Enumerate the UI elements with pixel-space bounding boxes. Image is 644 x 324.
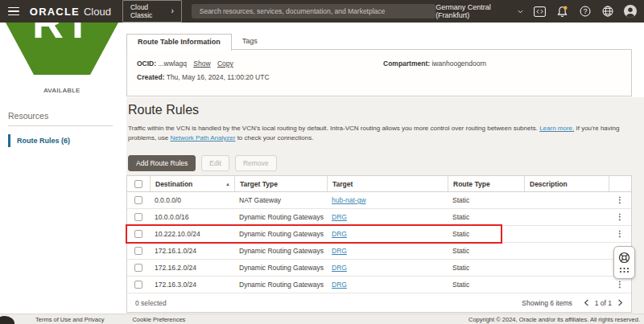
cell-target: DRG	[327, 264, 448, 272]
cell-route-type: Static	[448, 230, 524, 238]
row-checkbox[interactable]	[127, 230, 150, 238]
help-icon[interactable]: ?	[578, 5, 592, 18]
support-floating-widget	[613, 246, 635, 279]
target-link[interactable]: hub-nat-gw	[332, 196, 366, 204]
region-selector[interactable]: Germany Central (Frankfurt)	[436, 3, 523, 19]
page-next-icon[interactable]	[617, 299, 623, 306]
globe-icon[interactable]	[601, 5, 614, 18]
oracle-cloud-logo[interactable]: ORACLE Cloud	[30, 6, 111, 18]
add-route-rules-button[interactable]: Add Route Rules	[128, 155, 196, 171]
showing-items-count: Showing 6 items	[522, 299, 572, 307]
sort-ascending-icon[interactable]: ▲	[225, 182, 230, 187]
cloud-classic-button[interactable]: Cloud Classic ›	[122, 0, 182, 23]
cookie-preferences-link[interactable]: Cookie Preferences	[132, 316, 185, 323]
ocid-value: ...wwlagq	[158, 59, 186, 68]
table-row: 172.16.2.0/24Dynamic Routing GatewaysDRG…	[127, 260, 631, 277]
table-action-buttons: Add Route Rules Edit Remove	[128, 155, 277, 171]
cell-target-type: Dynamic Routing Gateways	[234, 264, 327, 272]
target-link[interactable]: DRG	[332, 230, 347, 238]
column-route-type: Route Type	[448, 176, 524, 191]
description-text-1: Traffic within the VCN is handled by the…	[128, 125, 539, 132]
ocid-copy-link[interactable]: Copy	[217, 59, 233, 68]
copyright-text: Copyright © 2024, Oracle and/or its affi…	[469, 316, 640, 323]
cell-target-type: Dynamic Routing Gateways	[234, 213, 327, 221]
target-link[interactable]: DRG	[332, 213, 347, 221]
table-footer: 0 selected Showing 6 items 1 of 1	[127, 293, 631, 312]
cell-target: DRG	[327, 281, 448, 289]
cell-route-type: Static	[448, 264, 524, 272]
row-checkbox[interactable]	[127, 213, 150, 221]
created-label: Created:	[137, 73, 164, 81]
main-content: Route Table Information Tags OCID: ...ww…	[126, 23, 644, 314]
cell-destination: 172.16.1.0/24	[150, 247, 234, 255]
compartment-line: Compartment: iwanhoogendoorn	[383, 59, 486, 68]
terms-link[interactable]: Terms of Use and Privacy	[35, 316, 104, 323]
cell-target: DRG	[327, 247, 448, 255]
remove-button[interactable]: Remove	[235, 155, 277, 171]
created-line: Created: Thu, May 16, 2024, 11:00:20 UTC	[137, 73, 270, 81]
notifications-bell-icon[interactable]	[555, 5, 569, 18]
row-checkbox[interactable]	[127, 196, 150, 204]
ocid-line: OCID: ...wwlagq Show Copy	[137, 59, 233, 68]
table-body: 0.0.0.0/0NAT Gatewayhub-nat-gwStatic⋮10.…	[127, 192, 631, 293]
tab-tags[interactable]: Tags	[232, 34, 268, 50]
topbar-icon-group: ?	[533, 5, 637, 18]
compartment-label: Compartment:	[383, 59, 430, 68]
ocid-label: OCID:	[137, 59, 156, 68]
column-destination: Destination ▲	[150, 176, 234, 191]
sidebar-item-route-rules[interactable]: Route Rules (6)	[8, 134, 76, 147]
table-row: 172.16.1.0/24Dynamic Routing GatewaysDRG…	[127, 243, 631, 260]
target-link[interactable]: DRG	[332, 264, 347, 272]
route-table-information-panel: OCID: ...wwlagq Show Copy Compartment: i…	[126, 49, 632, 96]
created-value: Thu, May 16, 2024, 11:00:20 UTC	[167, 73, 270, 81]
developer-console-icon[interactable]	[533, 5, 547, 18]
table-row: 10.0.0.0/16Dynamic Routing GatewaysDRGSt…	[127, 209, 631, 226]
target-link[interactable]: DRG	[332, 247, 347, 255]
column-description: Description	[524, 176, 609, 191]
selected-count: 0 selected	[135, 299, 167, 307]
region-label: Germany Central (Frankfurt)	[436, 3, 514, 19]
page-title: Route Rules	[128, 103, 199, 117]
user-avatar-icon[interactable]	[623, 5, 637, 18]
row-actions-kebab-icon[interactable]: ⋮	[609, 213, 631, 221]
row-actions-kebab-icon[interactable]: ⋮	[609, 281, 631, 289]
cell-destination: 10.222.10.0/24	[150, 230, 234, 238]
status-badge: AVAILABLE	[6, 87, 118, 94]
ocid-show-link[interactable]: Show	[193, 59, 210, 68]
cell-destination: 0.0.0.0/0	[150, 196, 234, 204]
cell-route-type: Static	[448, 213, 524, 221]
row-checkbox[interactable]	[127, 281, 150, 289]
pagination: 1 of 1	[584, 299, 623, 307]
tab-route-table-information[interactable]: Route Table Information	[126, 34, 232, 51]
sidebar-divider	[8, 125, 113, 126]
learn-more-link[interactable]: Learn more.	[539, 125, 574, 132]
table-header-row: Destination ▲ Target Type Target Route T…	[127, 176, 631, 192]
cell-target-type: NAT Gateway	[234, 196, 327, 204]
svg-text:?: ?	[583, 7, 587, 15]
route-rules-section: Route Rules Traffic within the VCN is ha…	[126, 97, 644, 314]
cell-target-type: Dynamic Routing Gateways	[234, 230, 327, 238]
app-grid-dots-icon[interactable]	[619, 267, 630, 273]
route-rules-description: Traffic within the VCN is handled by the…	[128, 124, 632, 143]
description-text-3: to check your connections.	[235, 134, 313, 141]
cell-route-type: Static	[448, 247, 524, 255]
row-checkbox[interactable]	[127, 247, 150, 255]
cell-route-type: Static	[448, 281, 524, 289]
edit-button[interactable]: Edit	[201, 155, 229, 171]
row-actions-kebab-icon[interactable]: ⋮	[609, 196, 631, 204]
hamburger-menu-icon[interactable]	[8, 7, 19, 16]
column-target-type: Target Type	[234, 176, 327, 191]
lifebuoy-help-icon[interactable]	[618, 252, 630, 264]
cell-target: DRG	[327, 230, 448, 238]
cell-destination: 10.0.0.0/16	[150, 213, 234, 221]
search-input[interactable]	[192, 4, 436, 18]
row-checkbox[interactable]	[127, 264, 150, 272]
brand-oracle: ORACLE	[30, 6, 80, 18]
select-all-checkbox[interactable]	[127, 176, 150, 191]
cell-destination: 172.16.3.0/24	[150, 281, 234, 289]
row-actions-kebab-icon[interactable]: ⋮	[609, 230, 631, 238]
target-link[interactable]: DRG	[332, 281, 347, 289]
network-path-analyzer-link[interactable]: Network Path Analyzer	[170, 134, 235, 141]
page-footer: Terms of Use and Privacy Cookie Preferen…	[0, 314, 644, 324]
page-previous-icon[interactable]	[584, 299, 589, 306]
